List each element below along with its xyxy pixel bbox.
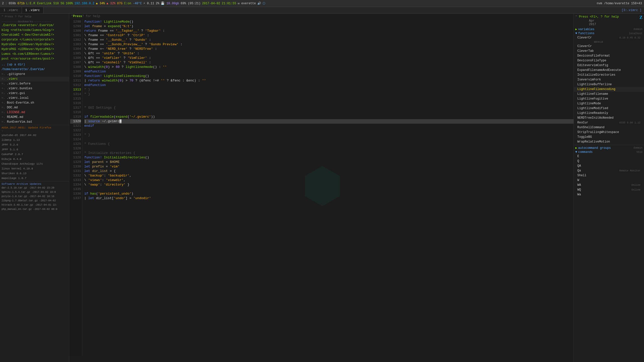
line-1305: \ &ft == 'unite' ? 'Unite' : xyxy=(84,51,574,56)
tagbar-localhost: localhost xyxy=(629,32,642,35)
line-1301: \ fname == 'ControlP' ? 'CtrlP' : xyxy=(84,33,574,38)
update-dar: dar-2.5.10.tar.gz -2017-04-02 15:20 xyxy=(0,186,69,190)
fn-lightlinefugitive[interactable]: LightlineFugitive xyxy=(574,97,644,101)
fn-lightlinemode[interactable]: LightlineMode xyxy=(574,101,644,106)
file-vimrc-before[interactable]: =. .vimrc.before xyxy=(0,81,69,86)
cmd-shell[interactable]: Shell xyxy=(574,173,644,178)
fn-lightlinebuffer[interactable]: LightlineBufferline xyxy=(574,82,644,87)
bookmark-evervim[interactable]: .EverVim <everette>/.EverVim/ xyxy=(0,23,69,28)
tagbar-commands-label: commands xyxy=(578,150,593,154)
line-1326 xyxy=(84,146,574,151)
fn-devicons-ft[interactable]: DeviconsFileType xyxy=(574,58,644,63)
fn-clevertab[interactable]: CleverTab xyxy=(574,49,644,54)
download-jppf1: JPPF 5.2.6 xyxy=(0,143,69,147)
fn-editevervim[interactable]: EditevervimConfig xyxy=(574,63,644,68)
bookmark-cherubim[interactable]: CherubimAI <-Dev/CherubimAI/> xyxy=(0,33,69,37)
fn-striptrail[interactable]: StripTrailingWhitespace xyxy=(574,130,644,135)
topbar-temp2: 87G xyxy=(117,2,123,5)
update-php: php_manual_en.tar.gz -2017-04-02 06:0 xyxy=(0,207,69,211)
fn-rescur[interactable]: ResCur 6335 0.00 1.12 xyxy=(574,120,644,125)
file-vimrc[interactable]: =. .vimrc xyxy=(0,77,69,81)
file-vimrc-local[interactable]: =. .vimrc.local xyxy=(0,96,69,101)
nav-up-dir[interactable]: .. (up a dir) xyxy=(0,62,69,67)
left-help-text: " Press ? for help xyxy=(0,15,69,19)
file-boot-evervim[interactable]: =. Boot-EverVim.sh xyxy=(0,101,69,105)
bookmark-corporate[interactable]: corporate </Lumos/corporate/> xyxy=(0,37,69,42)
fn-initdirs[interactable]: InitializeDirectories xyxy=(574,73,644,77)
tagbar-commands-section[interactable]: ▼ commands 5519 xyxy=(574,150,644,154)
fn-lightlinereadonly[interactable]: LightlineReadonly xyxy=(574,111,644,116)
file-vimrc-gui[interactable]: =. .vimrc.gui xyxy=(0,91,69,96)
cmd-e[interactable]: E xyxy=(574,154,644,159)
cmd-qa-label: Qa xyxy=(577,169,581,173)
functions-triangle: ▼ xyxy=(575,32,577,35)
tab-center-panel[interactable]: 1 .vimrc xyxy=(22,7,44,13)
line-1318 xyxy=(84,110,574,115)
line-1309: endfunction xyxy=(84,69,574,74)
fn-clevercr-1[interactable]: CleverCr 0.10 0.45 0.32 xyxy=(574,35,644,40)
bookmark-blog[interactable]: blog <rette/code/lumos/blog/> xyxy=(0,28,69,33)
fn-runshell[interactable]: RunShellCommand xyxy=(574,125,644,130)
file-vimrc-bundles[interactable]: =. .vimrc.bundles xyxy=(0,86,69,91)
line-1299: let fname = expand('%:t') xyxy=(84,24,574,29)
fn-nerdtree[interactable]: NERDTreeInitAsNeeded xyxy=(574,116,644,120)
line-1304: \ fname =~ 'NERD_tree' ? 'NERDTree' : xyxy=(84,47,574,51)
line-1331: let dir_list = { xyxy=(84,169,574,173)
tagbar-date: Apr2017 xyxy=(574,19,644,26)
bookmark-lumos[interactable]: Lumos <b.com/LER0ever/Lumos/> xyxy=(0,52,69,57)
line-1315 xyxy=(84,97,574,101)
line-1325: " Functions { xyxy=(84,142,574,146)
topbar-disk: 659b xyxy=(9,2,16,5)
download-jppf2: JPPF 5.1.6 xyxy=(0,147,69,152)
file-run-bat[interactable]: =. RunEverVim.bat xyxy=(0,120,69,124)
tagbar-autocommand-section[interactable]: ▶ autocommand groups domain xyxy=(574,146,644,150)
file-readme[interactable]: =. README.md xyxy=(0,115,69,120)
fn-lightlinemodified[interactable]: LightlineModified xyxy=(574,106,644,111)
topbar-nvm: nvm /home/everette 158×43 xyxy=(597,2,642,5)
main-area: " Press ? for help ----------Bookmarks--… xyxy=(0,14,644,362)
tab-right-info: [3:.vimrc ] xyxy=(619,7,644,13)
nav-current-dir[interactable]: /home/everette/.EverVim/ xyxy=(0,67,69,72)
fn-lightlinefileenc[interactable]: LightlineFileencoding xyxy=(574,87,644,92)
bookmark-hydropkg[interactable]: HydroPKG <LER0ever/HydroPKG/> xyxy=(0,47,69,52)
tagbar-domain: domain xyxy=(633,28,642,31)
line-1313: " } xyxy=(84,87,574,92)
code-content[interactable]: function! LightlineMode() let fname = ex… xyxy=(82,19,574,356)
tab-line: 1 .vimrc 1 .vimrc [3:.vimrc ] xyxy=(0,7,644,14)
fn-wraprelative[interactable]: WrapRelativeMotion xyxy=(574,140,644,144)
topbar-battery: 100% xyxy=(66,2,73,5)
file-doc[interactable]: =. DOC.md xyxy=(0,105,69,110)
file-gitignore[interactable]: =. .gitignore xyxy=(0,72,69,77)
topbar-tab: 2 xyxy=(2,2,4,5)
bookmark-post[interactable]: post <rce/source-notes/post/> xyxy=(0,57,69,61)
cmd-wq[interactable]: WQ Online xyxy=(574,188,644,192)
cmd-wa[interactable]: WA Online xyxy=(574,183,644,188)
tab-left-panel[interactable]: 1 .vimrc xyxy=(0,7,22,13)
cmd-wa-lower[interactable]: Wa xyxy=(574,192,644,197)
cmd-w[interactable]: W xyxy=(574,178,644,183)
fn-lightlinefilename[interactable]: LightlineFilename xyxy=(574,92,644,97)
cmd-q[interactable]: Q xyxy=(574,159,644,164)
download-dibuja: Dibuja 0.4.0 xyxy=(0,157,69,162)
cmd-qa-lower[interactable]: Qa Remote Monitor xyxy=(574,168,644,173)
line-1312: endfunction xyxy=(84,83,574,87)
tagbar-functions-section[interactable]: ▼ functions localhost xyxy=(574,31,644,35)
line-1321: endif xyxy=(84,124,574,128)
center-panel[interactable]: " Press ? for help ⬢ 1298 1299 1300 1301… xyxy=(69,14,574,362)
fn-togglebg[interactable]: ToggleBG xyxy=(574,135,644,140)
update-libpng: libpng-1.7.0beta7.tar.gz -2017-04-02 xyxy=(0,199,69,203)
fn-devicons-ff[interactable]: DeviconsFileFormat xyxy=(574,54,644,58)
fn-clevercr-2[interactable]: CleverCr xyxy=(574,44,644,49)
bookmark-hydrodev[interactable]: HydroDev <LER0ever/HydroDev/> xyxy=(0,42,69,47)
tagbar-variables-section[interactable]: ▶ variables domain xyxy=(574,27,644,31)
fn-expandfilename[interactable]: ExpandFilenameAndExecute xyxy=(574,68,644,73)
cmd-qa[interactable]: QA xyxy=(574,164,644,168)
fn-isevervim[interactable]: IsevervimFork xyxy=(574,77,644,82)
line-1330: let prefix = 'vim' xyxy=(84,164,574,169)
topbar-time: 21:01:55 xyxy=(222,2,236,5)
code-area[interactable]: ⬢ 1298 1299 1300 1301 1302 1303 1304 130… xyxy=(69,19,574,356)
topbar-con: C:on xyxy=(124,2,131,5)
topbar-user: ✉ everette xyxy=(238,2,256,5)
file-license[interactable]: =. LICENSE.md xyxy=(0,110,69,115)
update-httrack: httrack-3.49.1.tar.gz -2017-04-01 22: xyxy=(0,203,69,207)
